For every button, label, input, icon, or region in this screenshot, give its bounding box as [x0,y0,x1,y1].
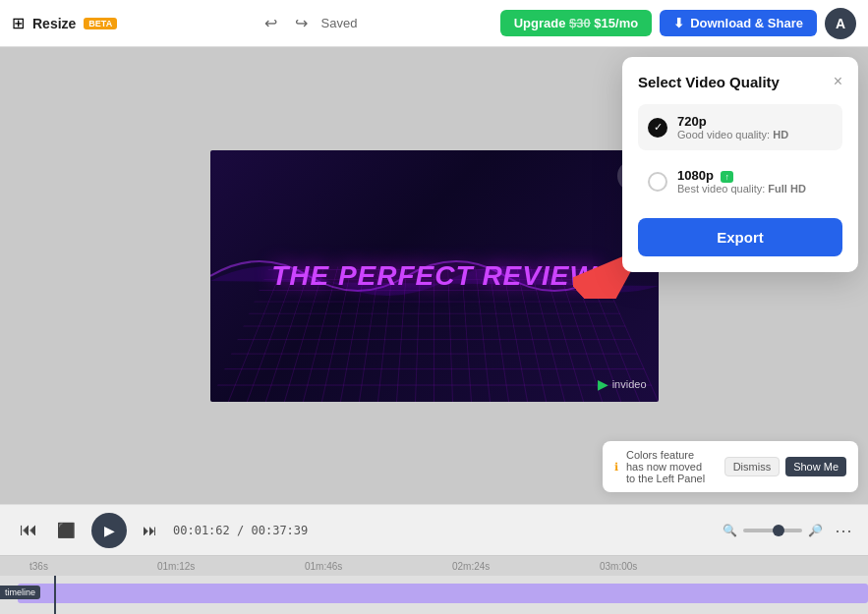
topbar-right: Upgrade $30 $15/mo ⬇ Download & Share A [500,8,856,39]
download-label: Download & Share [690,16,803,30]
radio-1080p [648,172,667,192]
check-icon: ✓ [654,121,663,134]
undo-button[interactable]: ↩ [260,10,281,36]
more-options-button[interactable]: ⋯ [835,520,852,541]
dialog-close-button[interactable]: × [834,73,842,90]
quality-name-720p: 720p [677,114,833,129]
play-icon: ▶ [104,523,115,538]
video-preview: THE PERFECT REVIEW PRIMEZONE ▶ invideo [210,150,659,402]
total-time: 00:37:39 [251,524,308,537]
zoom-slider[interactable] [743,529,802,532]
zoom-thumb [773,525,784,536]
redo-button[interactable]: ↪ [291,10,312,36]
tooltip-text: Colors feature has now moved to the Left… [626,449,713,484]
zoom-in-button[interactable]: 🔎 [808,524,823,537]
quality-dialog: Select Video Quality × ✓ 720p Good video… [622,57,858,272]
download-icon: ⬇ [673,16,684,30]
download-share-button[interactable]: ⬇ Download & Share [660,10,817,36]
topbar-left: ⊞ Resize BETA [12,14,117,32]
quality-info-1080p: 1080p ↑ Best video quality: Full HD [677,168,833,195]
info-icon: ℹ [614,461,618,474]
tooltip-buttons: Dismiss Show Me [724,457,846,476]
ruler-tick-3: 01m:46s [305,561,342,572]
zoom-controls: 🔍 🔎 [723,524,823,537]
frame-fwd-button[interactable]: ⏭ [139,518,161,542]
tooltip-banner: ℹ Colors feature has now moved to the Le… [603,441,858,492]
timeline-label: timeline [0,586,40,599]
play-button[interactable]: ▶ [91,513,127,548]
video-title: THE PERFECT REVIEW [210,259,659,293]
ruler-tick-1: t36s [29,561,48,572]
quality-option-720p[interactable]: ✓ 720p Good video quality: HD [638,104,842,150]
quality-desc-720p: Good video quality: HD [677,129,833,140]
timeline-ruler: t36s 01m:12s 01m:46s 02m:24s 03m:00s [0,556,868,576]
timeline-track-area: timeline [0,576,868,614]
dismiss-button[interactable]: Dismiss [724,457,781,476]
topbar: ⊞ Resize BETA ↩ ↪ Saved Upgrade $30 $15/… [0,0,868,47]
playback-bar: ⏮ ⬛ ▶ ⏭ 00:01:62 / 00:37:39 🔍 🔎 ⋯ [0,504,868,555]
quality-name-1080p: 1080p ↑ [677,168,833,183]
resize-icon: ⊞ [12,14,25,32]
time-display: 00:01:62 / 00:37:39 [173,524,308,537]
dialog-header: Select Video Quality × [638,73,842,90]
timeline-track[interactable] [18,584,868,603]
upgrade-button[interactable]: Upgrade $30 $15/mo [500,10,652,36]
dialog-title: Select Video Quality [638,74,780,90]
timeline-playhead[interactable] [54,576,56,614]
current-time: 00:01:62 [173,524,230,537]
ruler-tick-5: 03m:00s [600,561,637,572]
radio-720p: ✓ [648,118,667,138]
main-area: THE PERFECT REVIEW PRIMEZONE ▶ invideo [0,47,868,504]
pro-badge: ↑ [721,171,733,183]
show-me-button[interactable]: Show Me [785,457,846,476]
logo-text: invideo [612,378,647,390]
avatar-button[interactable]: A [825,8,856,39]
ruler-tick-2: 01m:12s [157,561,195,572]
logo-icon: ▶ [598,376,608,392]
topbar-center: ↩ ↪ Saved [260,10,358,36]
time-separator: / [237,524,251,537]
skip-back-button[interactable]: ⏮ [16,516,41,544]
quality-info-720p: 720p Good video quality: HD [677,114,833,140]
timeline-area: t36s 01m:12s 01m:46s 02m:24s 03m:00s tim… [0,555,868,614]
ruler-tick-4: 02m:24s [452,561,490,572]
quality-desc-1080p: Best video quality: Full HD [677,183,833,195]
zoom-out-button[interactable]: 🔍 [723,524,737,537]
video-logo: ▶ invideo [598,376,647,392]
beta-badge: BETA [84,18,117,29]
frame-back-button[interactable]: ⬛ [53,518,80,543]
export-button[interactable]: Export [638,218,842,256]
saved-status: Saved [321,16,358,30]
quality-option-1080p[interactable]: 1080p ↑ Best video quality: Full HD [638,158,842,204]
page-title: Resize [32,16,76,31]
